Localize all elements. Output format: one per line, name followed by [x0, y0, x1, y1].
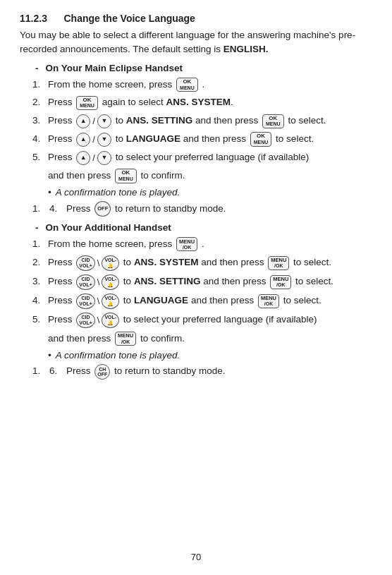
handset1-step4: 4. Press OFF to return to standby mode. — [32, 201, 372, 217]
down-arrow-btn-3b: ▼ — [97, 151, 111, 165]
vol-plus-btn-4a: CIDVOL+ — [76, 293, 94, 309]
confirmation-tone-1: A confirmation tone is played. — [48, 187, 372, 198]
vol-plus-btn-3a: CIDVOL+ — [76, 274, 94, 290]
up-arrow-btn-3a: ▲ — [76, 114, 90, 128]
step-h1-2: Press OKMENU again to select ANS. SYSTEM… — [32, 95, 372, 110]
handset2-heading: - On Your Additional Handset — [35, 222, 372, 233]
menu-ok-btn-4: MENU/OK — [258, 294, 279, 308]
off-btn-2: CH OFF — [94, 364, 110, 380]
ok-menu-btn-2b: OKMENU — [250, 132, 272, 146]
down-arrow-btn-2b: ▼ — [97, 133, 111, 147]
section-number: 11.2.3 — [20, 13, 47, 24]
vol-plus-btn-2a: CIDVOL+ — [76, 255, 94, 271]
confirmation-tone-2: A confirmation tone is played. — [48, 350, 372, 361]
up-arrow-btn-3b: ▲ — [76, 151, 90, 165]
off-btn-1: OFF — [94, 201, 111, 217]
continuation-h1-3b: and then press OKMENU to confirm. — [48, 169, 372, 183]
handset1-heading: - On Your Main Eclipse Handset — [35, 63, 372, 73]
menu-ok-btn-3: MENU/OK — [270, 275, 291, 289]
menu-ok-btn-1: MENU/OK — [176, 237, 197, 251]
vol-minus-btn-4a: VOL-🔔 — [102, 293, 119, 309]
step-h1-3b: Press ▲ / ▼ to select your preferred lan… — [32, 150, 372, 165]
page-number: 70 — [0, 552, 392, 562]
vol-minus-btn-5a: VOL-🔔 — [102, 313, 119, 328]
section-header: 11.2.3 Change the Voice Language — [20, 13, 372, 24]
step-h2-6: 6. Press CH OFF to return to standby mod… — [32, 364, 372, 380]
step-h1-4: 4. Press OFF to return to standby mode. — [32, 201, 372, 217]
menu-ok-btn-2: MENU/OK — [268, 256, 289, 270]
intro-paragraph: You may be able to select a different la… — [20, 28, 372, 57]
section-title: Change the Voice Language — [63, 13, 195, 24]
handset1-steps: From the home screen, press OKMENU . Pre… — [32, 78, 372, 166]
menu-ok-btn-5: MENU/OK — [115, 332, 136, 346]
ok-menu-btn-1: OKMENU — [176, 78, 198, 92]
vol-plus-btn-5a: CIDVOL+ — [76, 313, 94, 328]
handset2-steps: From the home screen, press MENU/OK . Pr… — [32, 237, 372, 328]
up-arrow-btn-2b: ▲ — [76, 133, 90, 147]
down-arrow-btn-3a: ▼ — [97, 114, 111, 128]
step-h2-5: Press CIDVOL+ \ VOL-🔔 to select your pre… — [32, 313, 372, 328]
vol-minus-btn-2a: VOL-🔔 — [102, 255, 119, 271]
step-h2-1: From the home screen, press MENU/OK . — [32, 237, 372, 252]
step-h2-2: Press CIDVOL+ \ VOL-🔔 to ANS. SYSTEM and… — [32, 255, 372, 271]
step-h2-3: Press CIDVOL+ \ VOL-🔔 to ANS. SETTING an… — [32, 274, 372, 290]
step-h1-3: Press ▲ / ▼ to ANS. SETTING and then pre… — [32, 114, 372, 128]
ok-menu-btn-2: OKMENU — [76, 96, 98, 110]
continuation-h2-5: and then press MENU/OK to confirm. — [48, 332, 372, 346]
step-h1-1: From the home screen, press OKMENU . — [32, 78, 372, 92]
handset2-step6: 6. Press CH OFF to return to standby mod… — [32, 364, 372, 380]
step-h1-2b: Press ▲ / ▼ to LANGUAGE and then press O… — [32, 132, 372, 147]
step-h2-4: Press CIDVOL+ \ VOL-🔔 to LANGUAGE and th… — [32, 293, 372, 309]
vol-minus-btn-3a: VOL-🔔 — [102, 274, 119, 290]
ok-menu-btn-3b: OKMENU — [115, 169, 137, 183]
ok-menu-btn-3: OKMENU — [262, 114, 284, 128]
